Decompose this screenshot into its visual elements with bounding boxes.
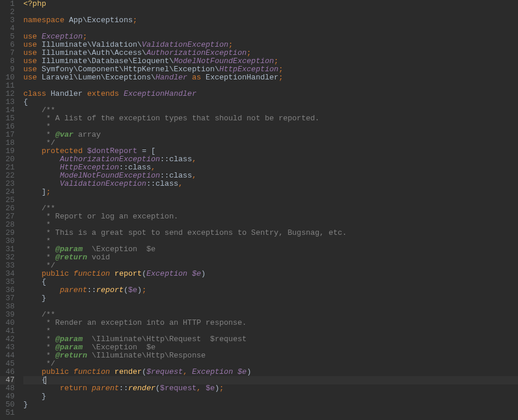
line-number: 20 [0,155,15,164]
code-editor[interactable]: 1234567891011121314151617181920212223242… [0,0,518,420]
code-line[interactable]: * [23,123,518,131]
token: ) [137,286,142,294]
token [147,147,151,155]
token: @var [55,130,74,139]
code-line[interactable]: { [23,278,518,286]
code-line[interactable]: use Illuminate\Database\Eloquent\ModelNo… [23,57,518,65]
code-area[interactable]: <?php namespace App\Exceptions; use Exce… [19,0,518,420]
token [187,73,192,82]
line-number: 45 [0,360,15,368]
token [23,343,41,352]
code-line[interactable]: * [23,327,518,335]
token: */ [41,138,55,147]
token [23,384,60,393]
token: ModelNotFoundException [60,171,160,180]
code-line[interactable]: use Laravel\Lumen\Exceptions\Handler as … [23,74,518,82]
token: * This is a great spot to send exception… [41,228,347,237]
code-line[interactable]: * @param \Illuminate\Http\Request $reque… [23,335,518,343]
code-line[interactable]: HttpException::class, [23,164,518,172]
code-line[interactable]: */ [23,360,518,368]
code-line[interactable] [23,25,518,33]
code-line[interactable]: } [23,401,518,409]
code-line[interactable] [23,409,518,417]
token: AuthorizationException [60,155,160,164]
line-number: 33 [0,262,15,270]
token: ] [41,188,46,196]
code-line[interactable]: use Exception; [23,33,518,41]
token: * [41,130,55,139]
code-line[interactable]: protected $dontReport = [ [23,147,518,155]
token: Handler [155,73,187,82]
code-line[interactable]: } [23,294,518,303]
token: , [178,179,183,188]
code-line[interactable]: { [23,376,518,384]
code-line[interactable]: ModelNotFoundException::class, [23,172,518,180]
code-line[interactable]: * [23,237,518,245]
token: Symfony\Component\HttpKernel\Exception\ [37,65,219,74]
code-line[interactable]: public function render($request, Excepti… [23,368,518,376]
code-line[interactable]: AuthorizationException::class, [23,155,518,164]
code-line[interactable]: * A list of the exception types that sho… [23,114,518,123]
token: ; [228,40,233,49]
code-line[interactable]: /** [23,204,518,213]
code-line[interactable]: */ [23,262,518,270]
line-number: 31 [0,245,15,254]
code-line[interactable]: public function report(Exception $e) [23,270,518,278]
code-line[interactable]: * @var array [23,131,518,139]
token [87,384,92,393]
code-line[interactable]: use Illuminate\Auth\Access\Authorization… [23,49,518,57]
token: use [23,73,37,82]
code-line[interactable]: * Render an exception into an HTTP respo… [23,319,518,327]
code-line[interactable]: /** [23,311,518,319]
token [23,335,41,343]
code-line[interactable]: namespace App\Exceptions; [23,16,518,25]
token [23,261,41,270]
code-line[interactable]: * @return void [23,254,518,262]
code-line[interactable] [23,303,518,311]
code-line[interactable] [23,196,518,204]
code-line[interactable]: * @param \Exception $e [23,343,518,352]
code-line[interactable]: use Illuminate\Validation\ValidationExce… [23,41,518,49]
token [23,130,41,139]
code-line[interactable]: */ [23,139,518,147]
token: , [151,163,155,172]
token: Laravel\Lumen\Exceptions\ [37,73,155,82]
token: * [41,122,51,131]
code-line[interactable]: * [23,221,518,229]
token: ; [142,286,147,294]
line-number: 28 [0,221,15,229]
token: = [142,147,147,155]
token [187,367,192,376]
token: * [41,335,55,343]
token: extends [87,89,119,98]
code-line[interactable]: parent::report($e); [23,286,518,294]
token: AuthorizationException [147,48,247,57]
code-line[interactable]: return parent::render($request, $e); [23,384,518,393]
line-number-gutter: 1234567891011121314151617181920212223242… [0,0,19,420]
code-line[interactable]: <?php [23,0,518,8]
line-number: 17 [0,131,15,139]
token: ; [246,48,251,57]
token: as [192,73,201,82]
code-line[interactable]: ]; [23,188,518,196]
text-cursor [46,376,46,384]
code-line[interactable] [23,82,518,90]
token [23,237,41,245]
token: Illuminate\Database\Eloquent\ [37,57,173,65]
code-line[interactable]: { [23,98,518,106]
line-number: 51 [0,409,15,417]
code-line[interactable]: use Symfony\Component\HttpKernel\Excepti… [23,65,518,74]
code-line[interactable]: ValidationException::class, [23,180,518,188]
token: class [169,155,192,164]
code-line[interactable]: * Report or log an exception. [23,213,518,221]
code-line[interactable]: * @param \Exception $e [23,245,518,254]
code-line[interactable]: * This is a great spot to send exception… [23,229,518,237]
code-line[interactable]: class Handler extends ExceptionHandler [23,90,518,98]
code-line[interactable]: /** [23,106,518,114]
token: * [41,351,55,360]
code-line[interactable]: } [23,393,518,401]
token [23,327,41,335]
code-line[interactable]: * @return \Illuminate\Http\Response [23,352,518,360]
token: HttpException [219,65,278,74]
code-line[interactable] [23,8,518,16]
